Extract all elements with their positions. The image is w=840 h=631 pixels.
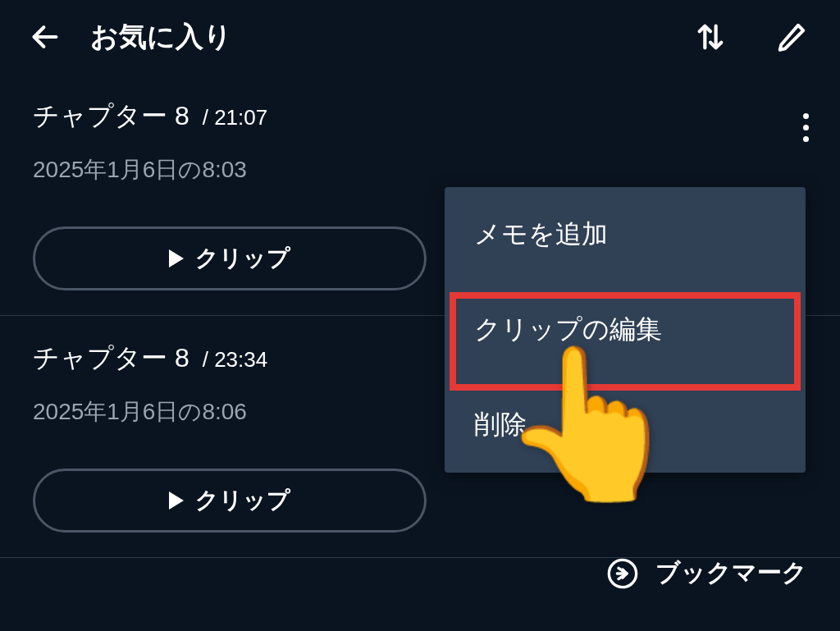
bookmark-label: ブックマーク <box>655 556 807 590</box>
chapter-time: / 21:07 <box>203 105 268 130</box>
arrow-circle-icon <box>606 557 639 590</box>
header-actions <box>694 21 815 53</box>
play-icon <box>169 492 184 510</box>
date-line: 2025年1月6日の8:03 <box>33 154 807 185</box>
menu-item-add-memo[interactable]: メモを追加 <box>445 187 806 282</box>
bookmark-button[interactable]: ブックマーク <box>606 556 807 590</box>
pencil-icon <box>776 21 807 53</box>
menu-item-delete[interactable]: 削除 <box>445 377 806 473</box>
sort-icon <box>694 21 727 53</box>
page-title: お気に入り <box>90 18 694 56</box>
sort-button[interactable] <box>694 21 727 53</box>
chapter-name: チャプター 8 <box>33 341 189 377</box>
more-button[interactable] <box>797 107 815 149</box>
clip-button[interactable]: クリップ <box>33 226 427 290</box>
edit-button[interactable] <box>776 21 807 53</box>
clip-label: クリップ <box>195 485 290 516</box>
play-icon <box>169 249 184 267</box>
arrow-left-icon <box>29 21 62 53</box>
header: お気に入り <box>0 0 840 74</box>
back-button[interactable] <box>25 16 66 57</box>
context-menu: メモを追加 クリップの編集 削除 <box>445 187 806 473</box>
chapter-name: チャプター 8 <box>33 98 189 135</box>
menu-item-edit-clip[interactable]: クリップの編集 <box>445 282 806 377</box>
chapter-time: / 23:34 <box>203 347 268 373</box>
clip-label: クリップ <box>195 243 290 274</box>
more-icon <box>803 113 809 119</box>
chapter-line: チャプター 8 / 21:07 <box>33 98 807 135</box>
clip-button[interactable]: クリップ <box>33 469 427 533</box>
